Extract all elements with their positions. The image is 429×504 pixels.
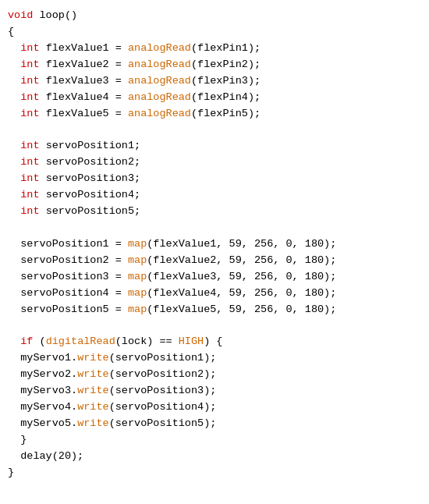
code-line-13: int servoPosition5;: [0, 204, 429, 220]
code-line-10: int servoPosition2;: [0, 154, 429, 171]
code-line-2: {: [0, 24, 429, 41]
code-line-22: myServo1.write(servoPosition1);: [0, 350, 429, 367]
code-line-12: int servoPosition4;: [0, 187, 429, 204]
code-line-4: int flexValue2 = analogRead(flexPin2);: [0, 57, 429, 73]
code-line-7: int flexValue5 = analogRead(flexPin5);: [0, 106, 429, 122]
code-line-19: servoPosition5 = map(flexValue5, 59, 256…: [0, 302, 429, 318]
code-line-17: servoPosition3 = map(flexValue3, 59, 256…: [0, 269, 429, 286]
code-editor: void loop() { int flexValue1 = analogRea…: [0, 0, 429, 504]
code-line-1: void loop(): [0, 8, 429, 24]
code-line-20: [0, 318, 429, 335]
code-line-6: int flexValue4 = analogRead(flexPin4);: [0, 90, 429, 106]
code-line-24: myServo3.write(servoPosition3);: [0, 383, 429, 399]
code-line-27: }: [0, 432, 429, 449]
code-line-26: myServo5.write(servoPosition5);: [0, 416, 429, 432]
code-line-15: servoPosition1 = map(flexValue1, 59, 256…: [0, 236, 429, 253]
code-line-16: servoPosition2 = map(flexValue2, 59, 256…: [0, 253, 429, 269]
code-line-3: int flexValue1 = analogRead(flexPin1);: [0, 41, 429, 57]
code-line-9: int servoPosition1;: [0, 138, 429, 154]
code-line-5: int flexValue3 = analogRead(flexPin3);: [0, 73, 429, 90]
code-line-21: if (digitalRead(lock) == HIGH) {: [0, 334, 429, 350]
code-line-8: [0, 122, 429, 138]
code-line-28: delay(20);: [0, 449, 429, 465]
code-line-11: int servoPosition3;: [0, 171, 429, 187]
code-line-14: [0, 220, 429, 236]
code-line-25: myServo4.write(servoPosition4);: [0, 399, 429, 416]
code-line-23: myServo2.write(servoPosition2);: [0, 367, 429, 383]
code-line-18: servoPosition4 = map(flexValue4, 59, 256…: [0, 286, 429, 302]
code-line-29: }: [0, 465, 429, 481]
